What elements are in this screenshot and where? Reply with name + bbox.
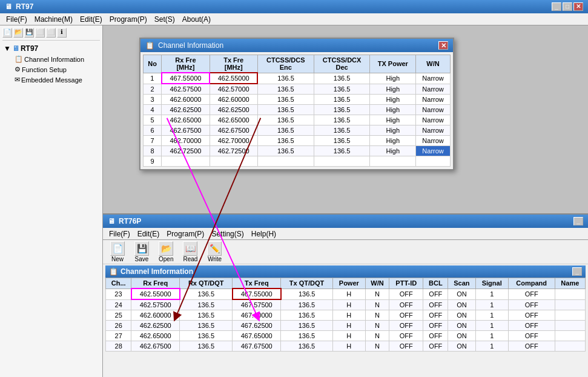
rt76p-channel-row[interactable]: 23 462.55000 136.5 467.55000 136.5 H N O… — [106, 289, 586, 299]
write-icon: ✏️ — [207, 241, 222, 256]
toolbar-open-icon[interactable]: 📂 — [13, 28, 23, 38]
rt76p-menu-setting[interactable]: Setting(S) — [208, 229, 247, 239]
rt76p-cell-wn: N — [365, 299, 389, 310]
dialog-cell-wn: Narrow — [416, 95, 451, 105]
dialog-cell-tx: 462.62500 — [210, 105, 257, 115]
rt76p-cell-wn: N — [365, 321, 389, 331]
dialog-cell-power: High — [370, 95, 416, 105]
channel-table-scroll[interactable]: No Rx Fre[MHz] Tx Fre[MHz] CTCSS/DCSEnc … — [143, 55, 451, 167]
close-button[interactable]: ✕ — [573, 2, 583, 11]
dialog-cell-power: High — [370, 73, 416, 84]
dialog-cell-dec: 136.5 — [314, 125, 370, 136]
menu-edit[interactable]: Edit(E) — [76, 14, 106, 25]
rt76p-cell-name — [555, 299, 585, 310]
menu-program[interactable]: Program(P) — [106, 14, 151, 25]
rt76p-menu-edit[interactable]: Edit(E) — [134, 229, 164, 239]
channel-dialog-row[interactable]: 6 462.67500 462.67500 136.5 136.5 High N… — [144, 125, 451, 136]
channel-dialog-row[interactable]: 4 462.62500 462.62500 136.5 136.5 High N… — [144, 105, 451, 115]
dialog-cell-power: High — [370, 125, 416, 136]
rt76p-channel-row[interactable]: 26 462.62500 136.5 467.62500 136.5 H N O… — [106, 321, 586, 331]
rt76p-cell-tx-qt: 136.5 — [281, 321, 333, 331]
dialog-cell-power — [370, 156, 416, 167]
toolbar-info-icon[interactable]: ℹ — [57, 28, 67, 38]
rt76p-cell-rx-freq: 462.57500 — [131, 299, 180, 310]
dialog-cell-enc: 136.5 — [257, 115, 314, 125]
rt76p-cell-rx-freq: 462.62500 — [131, 321, 180, 331]
minimize-button[interactable]: _ — [552, 2, 561, 11]
rt76p-menu-program[interactable]: Program(P) — [163, 229, 208, 239]
channel-table: No Rx Fre[MHz] Tx Fre[MHz] CTCSS/DCSEnc … — [143, 55, 451, 167]
rt76p-table-container[interactable]: Ch... Rx Freq Rx QT/DQT Tx Freq Tx QT/DQ… — [105, 278, 586, 352]
rt76p-menu-file[interactable]: File(F) — [105, 229, 134, 239]
toolbar-save-button[interactable]: 💾 Save — [132, 240, 151, 264]
dialog-close-button[interactable]: ✕ — [438, 41, 448, 50]
tree-item-channel-label: Channel Information — [24, 56, 84, 63]
rt76p-cell-scan: ON — [448, 321, 475, 331]
menu-set[interactable]: Set(S) — [151, 14, 179, 25]
rt76p-cell-rx-freq: 462.60000 — [131, 310, 180, 321]
menu-file[interactable]: File(F) — [2, 14, 31, 25]
rt76p-channel-icon: 📋 — [109, 267, 118, 276]
rt76p-cell-tx-qt: 136.5 — [281, 331, 333, 341]
dialog-cell-power: High — [370, 136, 416, 146]
toolbar-open-button[interactable]: 📂 Open — [156, 240, 176, 264]
rt76p-channel-row[interactable]: 25 462.60000 136.5 467.60000 136.5 H N O… — [106, 310, 586, 321]
rt76p-menu-help[interactable]: Help(H) — [248, 229, 280, 239]
rt76p-cell-ch: 28 — [106, 341, 131, 352]
menu-about[interactable]: About(A) — [179, 14, 214, 25]
dialog-cell-dec: 136.5 — [314, 136, 370, 146]
rt76p-col-bcl: BCL — [423, 278, 448, 289]
dialog-cell-no: 6 — [144, 125, 162, 136]
dialog-cell-dec: 136.5 — [314, 105, 370, 115]
rt76p-cell-scan: ON — [448, 289, 475, 299]
dialog-cell-rx: 462.65000 — [162, 115, 210, 125]
rt76p-cell-bcl: OFF — [423, 341, 448, 352]
maximize-button[interactable]: □ — [563, 2, 572, 11]
rt76p-cell-power: H — [332, 321, 365, 331]
channel-dialog-row[interactable]: 3 462.60000 462.60000 136.5 136.5 High N… — [144, 95, 451, 105]
rt76p-channel-row[interactable]: 28 462.67500 136.5 467.67500 136.5 H N O… — [106, 341, 586, 352]
toolbar-new-icon[interactable]: 📄 — [2, 28, 12, 38]
dialog-cell-rx: 462.70000 — [162, 136, 210, 146]
rt76p-cell-ch: 27 — [106, 331, 131, 341]
rt76p-col-rx-qt: Rx QT/DQT — [180, 278, 233, 289]
rt76p-channel-row[interactable]: 27 462.65000 136.5 467.65000 136.5 H N O… — [106, 331, 586, 341]
rt76p-cell-bcl: OFF — [423, 289, 448, 299]
dialog-cell-wn: Narrow — [416, 105, 451, 115]
channel-dialog-row[interactable]: 8 462.72500 462.72500 136.5 136.5 High N… — [144, 146, 451, 156]
dialog-title-bar: 📋 Channel Information ✕ — [140, 39, 453, 52]
rt76p-cell-tx-freq: 467.60000 — [233, 310, 281, 321]
rt97-title: RT97 — [16, 2, 552, 11]
tree-item-function[interactable]: ⚙ Function Setup — [12, 64, 100, 75]
toolbar-misc-icon[interactable]: ⬜ — [35, 28, 45, 38]
open-label: Open — [159, 256, 173, 262]
channel-dialog-row[interactable]: 5 462.65000 462.65000 136.5 136.5 High N… — [144, 115, 451, 125]
dialog-cell-enc: 136.5 — [257, 105, 314, 115]
tree-item-channel[interactable]: 📋 Channel Information — [12, 54, 100, 64]
menu-machine[interactable]: Machine(M) — [31, 14, 76, 25]
rt76p-cell-signal: 1 — [475, 299, 508, 310]
dialog-title: Channel Information — [158, 41, 438, 50]
rt76p-cell-ptt: OFF — [389, 331, 423, 341]
channel-dialog-row[interactable]: 1 467.55000 462.55000 136.5 136.5 High N… — [144, 73, 451, 84]
channel-dialog-row[interactable]: 2 462.57500 462.57000 136.5 136.5 High N… — [144, 84, 451, 95]
dialog-cell-rx: 462.62500 — [162, 105, 210, 115]
rt76p-channel-row[interactable]: 24 462.57500 136.5 467.57500 136.5 H N O… — [106, 299, 586, 310]
rt76p-minimize-button[interactable]: _ — [573, 217, 583, 225]
toolbar-misc2-icon[interactable]: ⬜ — [46, 28, 56, 38]
new-icon: 📄 — [110, 241, 125, 256]
rt76p-channel-minimize[interactable]: _ — [572, 267, 582, 276]
rt76p-channel-table: Ch... Rx Freq Rx QT/DQT Tx Freq Tx QT/DQ… — [105, 278, 586, 352]
tree-item-embedded[interactable]: ✉ Embedded Message — [12, 75, 100, 85]
left-panel: 📄 📂 💾 ⬜ ⬜ ℹ ▼ 🖥 RT97 📋 Channel Informati… — [0, 25, 103, 377]
channel-dialog-row[interactable]: 9 — [144, 156, 451, 167]
channel-dialog-row[interactable]: 7 462.70000 462.70000 136.5 136.5 High N… — [144, 136, 451, 146]
rt76p-cell-ptt: OFF — [389, 321, 423, 331]
rt76p-cell-rx-freq: 462.65000 — [131, 331, 180, 341]
dialog-cell-no: 4 — [144, 105, 162, 115]
tree-collapse-icon[interactable]: ▼ — [4, 44, 11, 53]
toolbar-new-button[interactable]: 📄 New — [108, 240, 127, 264]
toolbar-read-button[interactable]: 📖 Read — [180, 240, 200, 264]
toolbar-save-icon[interactable]: 💾 — [24, 28, 34, 38]
toolbar-write-button[interactable]: ✏️ Write — [205, 240, 224, 264]
